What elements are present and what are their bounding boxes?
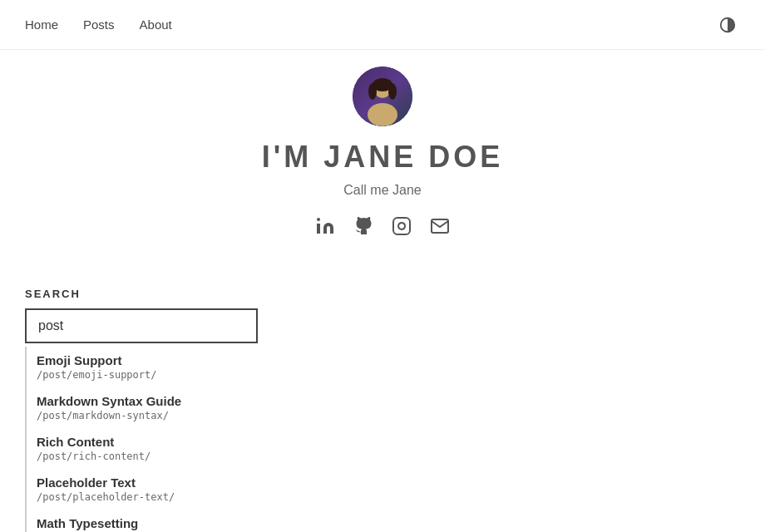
hero-section: I'M JANE DOE Call me Jane [0, 50, 765, 271]
nav-posts[interactable]: Posts [83, 17, 115, 32]
avatar-image [353, 66, 412, 126]
email-icon [430, 216, 450, 236]
result-title: Emoji Support [37, 353, 308, 367]
avatar [353, 66, 412, 126]
linkedin-icon [315, 216, 335, 236]
result-item[interactable]: Emoji Support/post/emoji-support/ [27, 347, 308, 387]
result-item[interactable]: Math Typesetting/post/math-typesetting/ [27, 510, 308, 532]
email-link[interactable] [428, 214, 452, 238]
svg-rect-11 [393, 218, 410, 234]
nav-home[interactable]: Home [25, 17, 58, 32]
search-label: SEARCH [25, 288, 308, 300]
theme-toggle-button[interactable] [715, 12, 740, 37]
instagram-link[interactable] [390, 214, 413, 238]
result-item[interactable]: Placeholder Text/post/placeholder-text/ [27, 469, 308, 510]
search-results: Emoji Support/post/emoji-support/Markdow… [25, 347, 308, 532]
result-url: /post/markdown-syntax/ [37, 410, 308, 421]
svg-point-10 [317, 218, 320, 221]
linkedin-link[interactable] [313, 214, 337, 238]
hero-subtitle: Call me Jane [343, 183, 421, 198]
nav-about[interactable]: About [140, 17, 172, 32]
result-title: Placeholder Text [37, 475, 308, 490]
search-section: SEARCH Emoji Support/post/emoji-support/… [25, 288, 308, 532]
svg-point-7 [368, 83, 377, 100]
result-item[interactable]: Rich Content/post/rich-content/ [27, 428, 308, 469]
hero-title: I'M JANE DOE [262, 140, 504, 175]
github-icon [353, 216, 373, 236]
result-title: Math Typesetting [37, 516, 308, 530]
result-item[interactable]: Markdown Syntax Guide/post/markdown-synt… [27, 387, 308, 428]
result-url: /post/placeholder-text/ [37, 491, 308, 503]
svg-point-8 [388, 83, 397, 100]
nav-links: Home Posts About [25, 17, 172, 32]
result-title: Rich Content [37, 435, 308, 449]
result-title: Markdown Syntax Guide [37, 394, 308, 408]
main-content: SEARCH Emoji Support/post/emoji-support/… [0, 271, 333, 532]
github-link[interactable] [352, 214, 375, 238]
svg-rect-9 [317, 224, 320, 234]
navbar: Home Posts About [0, 0, 765, 50]
social-icons [313, 214, 452, 238]
instagram-icon [392, 216, 412, 236]
svg-point-5 [368, 103, 397, 126]
result-url: /post/rich-content/ [37, 451, 308, 462]
search-input[interactable] [25, 308, 258, 343]
result-url: /post/emoji-support/ [37, 369, 308, 381]
theme-toggle-icon [718, 16, 737, 34]
